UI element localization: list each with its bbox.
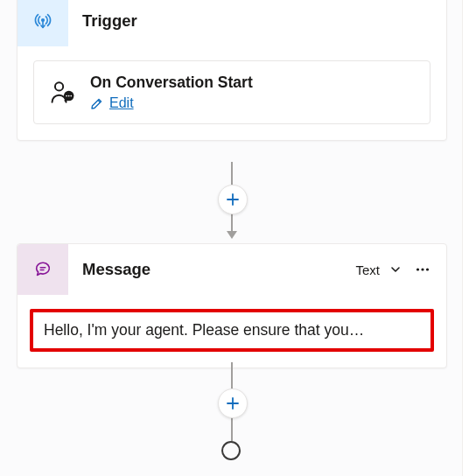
canvas-right-edge	[462, 0, 469, 476]
svg-point-8	[426, 268, 429, 270]
pencil-icon	[90, 96, 104, 110]
flow-end-terminal	[221, 441, 241, 460]
svg-point-3	[66, 94, 67, 96]
message-content-box[interactable]: Hello, I'm your agent. Please ensure tha…	[30, 309, 434, 352]
chevron-down-icon[interactable]	[388, 262, 402, 276]
trigger-event-texts: On Conversation Start Edit	[90, 74, 253, 111]
svg-point-6	[416, 268, 419, 270]
more-icon[interactable]	[411, 258, 434, 281]
message-header-right: Text	[355, 258, 446, 281]
add-step-button-2[interactable]	[218, 388, 248, 418]
speech-bubble-icon	[33, 260, 52, 279]
connector-line-1a	[231, 162, 233, 185]
trigger-event-title: On Conversation Start	[90, 74, 253, 92]
svg-point-4	[68, 94, 70, 96]
person-speech-icon	[48, 78, 78, 108]
flow-canvas: Trigger On Conversation Start	[0, 0, 469, 476]
connector-line-2a	[231, 362, 233, 388]
trigger-icon-tile	[18, 0, 68, 46]
svg-point-7	[421, 268, 424, 270]
trigger-event-card[interactable]: On Conversation Start Edit	[33, 60, 430, 124]
message-output-type[interactable]: Text	[355, 262, 380, 277]
connector-arrow-1	[227, 231, 237, 239]
svg-point-5	[70, 94, 72, 96]
connector-line-2b	[231, 416, 233, 441]
message-node-body: Hello, I'm your agent. Please ensure tha…	[18, 295, 446, 368]
trigger-node-header: Trigger	[18, 0, 446, 46]
trigger-node-title: Trigger	[68, 11, 446, 31]
add-step-button-1[interactable]	[218, 185, 248, 214]
trigger-node[interactable]: Trigger On Conversation Start	[17, 0, 447, 141]
edit-link[interactable]: Edit	[109, 95, 134, 111]
plus-icon	[227, 193, 239, 206]
message-node-title: Message	[68, 260, 355, 279]
message-node-header: Message Text	[18, 244, 446, 295]
antenna-icon	[33, 11, 52, 31]
connector-line-1b	[231, 213, 233, 232]
trigger-event-edit[interactable]: Edit	[90, 95, 253, 111]
trigger-node-body: On Conversation Start Edit	[18, 46, 446, 140]
message-icon-tile	[18, 244, 68, 295]
svg-point-1	[55, 82, 63, 90]
plus-icon	[227, 397, 239, 410]
message-node[interactable]: Message Text Hello, I'm your a	[17, 243, 447, 368]
